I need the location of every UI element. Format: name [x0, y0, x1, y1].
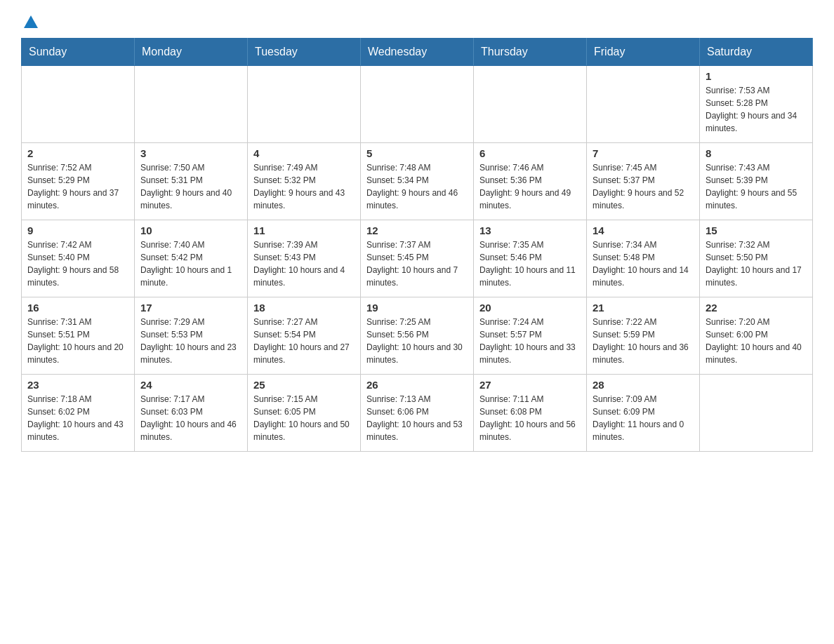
calendar-week-row: 1Sunrise: 7:53 AM Sunset: 5:28 PM Daylig… [22, 66, 813, 143]
day-info: Sunrise: 7:17 AM Sunset: 6:03 PM Dayligh… [140, 393, 241, 443]
calendar-cell [22, 66, 135, 143]
day-number: 3 [140, 147, 241, 159]
day-info: Sunrise: 7:09 AM Sunset: 6:09 PM Dayligh… [593, 393, 694, 443]
calendar-cell: 24Sunrise: 7:17 AM Sunset: 6:03 PM Dayli… [135, 375, 248, 452]
calendar-cell: 25Sunrise: 7:15 AM Sunset: 6:05 PM Dayli… [248, 375, 361, 452]
day-info: Sunrise: 7:46 AM Sunset: 5:36 PM Dayligh… [479, 161, 581, 212]
calendar-cell: 7Sunrise: 7:45 AM Sunset: 5:37 PM Daylig… [587, 143, 700, 220]
day-info: Sunrise: 7:31 AM Sunset: 5:51 PM Dayligh… [27, 316, 128, 366]
day-number: 1 [706, 70, 807, 82]
day-of-week-header: Tuesday [248, 39, 361, 66]
calendar-cell: 27Sunrise: 7:11 AM Sunset: 6:08 PM Dayli… [474, 375, 587, 452]
day-number: 27 [479, 379, 581, 391]
day-info: Sunrise: 7:20 AM Sunset: 6:00 PM Dayligh… [706, 316, 807, 366]
calendar-cell: 8Sunrise: 7:43 AM Sunset: 5:39 PM Daylig… [700, 143, 813, 220]
day-number: 19 [366, 302, 468, 314]
calendar-cell: 22Sunrise: 7:20 AM Sunset: 6:00 PM Dayli… [700, 297, 813, 375]
calendar-cell: 14Sunrise: 7:34 AM Sunset: 5:48 PM Dayli… [587, 220, 700, 297]
day-info: Sunrise: 7:48 AM Sunset: 5:34 PM Dayligh… [366, 161, 468, 212]
day-number: 12 [366, 224, 468, 236]
day-of-week-header: Wednesday [361, 39, 474, 66]
day-info: Sunrise: 7:45 AM Sunset: 5:37 PM Dayligh… [593, 161, 694, 212]
calendar-cell: 5Sunrise: 7:48 AM Sunset: 5:34 PM Daylig… [361, 143, 474, 220]
day-info: Sunrise: 7:52 AM Sunset: 5:29 PM Dayligh… [27, 161, 128, 212]
day-info: Sunrise: 7:40 AM Sunset: 5:42 PM Dayligh… [140, 239, 241, 289]
day-number: 4 [253, 147, 355, 159]
day-info: Sunrise: 7:15 AM Sunset: 6:05 PM Dayligh… [253, 393, 355, 443]
calendar-cell: 26Sunrise: 7:13 AM Sunset: 6:06 PM Dayli… [361, 375, 474, 452]
calendar-cell [474, 66, 587, 143]
calendar-cell [361, 66, 474, 143]
calendar-week-row: 23Sunrise: 7:18 AM Sunset: 6:02 PM Dayli… [22, 375, 813, 452]
calendar-cell: 19Sunrise: 7:25 AM Sunset: 5:56 PM Dayli… [361, 297, 474, 375]
day-info: Sunrise: 7:29 AM Sunset: 5:53 PM Dayligh… [140, 316, 241, 366]
calendar-week-row: 9Sunrise: 7:42 AM Sunset: 5:40 PM Daylig… [22, 220, 813, 297]
day-number: 2 [27, 147, 128, 159]
calendar-cell: 21Sunrise: 7:22 AM Sunset: 5:59 PM Dayli… [587, 297, 700, 375]
day-info: Sunrise: 7:35 AM Sunset: 5:46 PM Dayligh… [479, 239, 581, 289]
day-info: Sunrise: 7:22 AM Sunset: 5:59 PM Dayligh… [593, 316, 694, 366]
calendar-week-row: 16Sunrise: 7:31 AM Sunset: 5:51 PM Dayli… [22, 297, 813, 375]
day-number: 21 [593, 302, 694, 314]
day-info: Sunrise: 7:49 AM Sunset: 5:32 PM Dayligh… [253, 161, 355, 212]
calendar-header-row: SundayMondayTuesdayWednesdayThursdayFrid… [22, 39, 813, 66]
calendar-cell: 4Sunrise: 7:49 AM Sunset: 5:32 PM Daylig… [248, 143, 361, 220]
day-number: 20 [479, 302, 581, 314]
day-number: 18 [253, 302, 355, 314]
day-info: Sunrise: 7:43 AM Sunset: 5:39 PM Dayligh… [706, 161, 807, 212]
day-info: Sunrise: 7:34 AM Sunset: 5:48 PM Dayligh… [593, 239, 694, 289]
day-number: 13 [479, 224, 581, 236]
day-info: Sunrise: 7:42 AM Sunset: 5:40 PM Dayligh… [27, 239, 128, 289]
day-info: Sunrise: 7:39 AM Sunset: 5:43 PM Dayligh… [253, 239, 355, 289]
calendar-cell: 16Sunrise: 7:31 AM Sunset: 5:51 PM Dayli… [22, 297, 135, 375]
calendar-cell [248, 66, 361, 143]
day-number: 17 [140, 302, 241, 314]
calendar-cell [135, 66, 248, 143]
calendar-cell: 1Sunrise: 7:53 AM Sunset: 5:28 PM Daylig… [700, 66, 813, 143]
day-number: 6 [479, 147, 581, 159]
calendar-table: SundayMondayTuesdayWednesdayThursdayFrid… [21, 38, 813, 452]
day-number: 7 [593, 147, 694, 159]
day-number: 15 [706, 224, 807, 236]
logo [21, 14, 38, 27]
day-of-week-header: Sunday [22, 39, 135, 66]
calendar-cell [587, 66, 700, 143]
day-info: Sunrise: 7:32 AM Sunset: 5:50 PM Dayligh… [706, 239, 807, 289]
day-info: Sunrise: 7:24 AM Sunset: 5:57 PM Dayligh… [479, 316, 581, 366]
day-info: Sunrise: 7:13 AM Sunset: 6:06 PM Dayligh… [366, 393, 468, 443]
day-info: Sunrise: 7:37 AM Sunset: 5:45 PM Dayligh… [366, 239, 468, 289]
day-of-week-header: Monday [135, 39, 248, 66]
day-info: Sunrise: 7:11 AM Sunset: 6:08 PM Dayligh… [479, 393, 581, 443]
day-number: 26 [366, 379, 468, 391]
day-number: 11 [253, 224, 355, 236]
calendar-cell: 20Sunrise: 7:24 AM Sunset: 5:57 PM Dayli… [474, 297, 587, 375]
calendar-cell: 15Sunrise: 7:32 AM Sunset: 5:50 PM Dayli… [700, 220, 813, 297]
day-of-week-header: Friday [587, 39, 700, 66]
day-number: 23 [27, 379, 128, 391]
logo-triangle-icon [24, 15, 38, 28]
day-number: 14 [593, 224, 694, 236]
page-header [21, 14, 813, 27]
day-number: 10 [140, 224, 241, 236]
calendar-cell: 11Sunrise: 7:39 AM Sunset: 5:43 PM Dayli… [248, 220, 361, 297]
day-of-week-header: Thursday [474, 39, 587, 66]
day-info: Sunrise: 7:18 AM Sunset: 6:02 PM Dayligh… [27, 393, 128, 443]
calendar-cell: 13Sunrise: 7:35 AM Sunset: 5:46 PM Dayli… [474, 220, 587, 297]
calendar-cell: 10Sunrise: 7:40 AM Sunset: 5:42 PM Dayli… [135, 220, 248, 297]
day-number: 16 [27, 302, 128, 314]
day-number: 5 [366, 147, 468, 159]
calendar-cell: 6Sunrise: 7:46 AM Sunset: 5:36 PM Daylig… [474, 143, 587, 220]
day-info: Sunrise: 7:25 AM Sunset: 5:56 PM Dayligh… [366, 316, 468, 366]
day-info: Sunrise: 7:53 AM Sunset: 5:28 PM Dayligh… [706, 84, 807, 135]
calendar-cell [700, 375, 813, 452]
day-info: Sunrise: 7:50 AM Sunset: 5:31 PM Dayligh… [140, 161, 241, 212]
calendar-cell: 28Sunrise: 7:09 AM Sunset: 6:09 PM Dayli… [587, 375, 700, 452]
day-number: 8 [706, 147, 807, 159]
day-number: 24 [140, 379, 241, 391]
calendar-week-row: 2Sunrise: 7:52 AM Sunset: 5:29 PM Daylig… [22, 143, 813, 220]
calendar-cell: 9Sunrise: 7:42 AM Sunset: 5:40 PM Daylig… [22, 220, 135, 297]
day-number: 22 [706, 302, 807, 314]
calendar-cell: 18Sunrise: 7:27 AM Sunset: 5:54 PM Dayli… [248, 297, 361, 375]
calendar-cell: 3Sunrise: 7:50 AM Sunset: 5:31 PM Daylig… [135, 143, 248, 220]
calendar-cell: 2Sunrise: 7:52 AM Sunset: 5:29 PM Daylig… [22, 143, 135, 220]
